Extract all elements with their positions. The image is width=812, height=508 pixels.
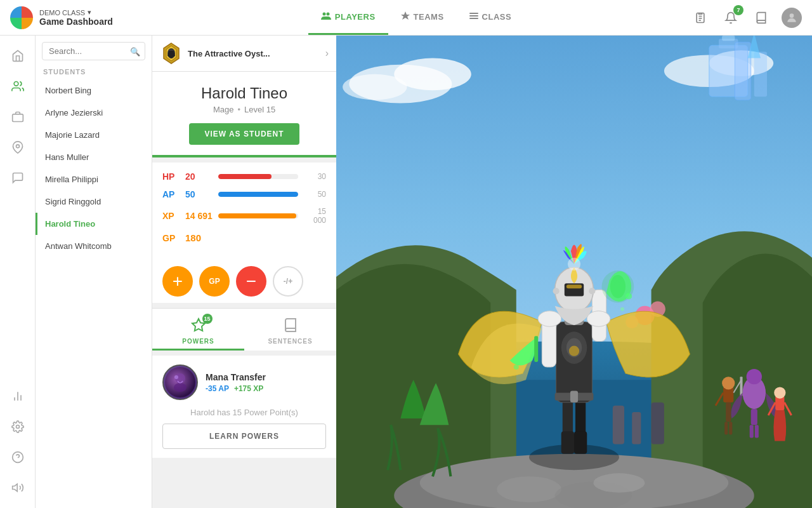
student-item-antwan[interactable]: Antwan Whitcomb bbox=[36, 235, 152, 257]
svg-point-79 bbox=[569, 346, 579, 356]
svg-point-63 bbox=[747, 369, 762, 384]
svg-point-96 bbox=[625, 293, 632, 299]
svg-point-28 bbox=[174, 375, 178, 379]
sentences-tab-label: SENTENCES bbox=[268, 338, 312, 345]
student-item-majorie[interactable]: Majorie Lazard bbox=[36, 124, 152, 146]
book-btn[interactable] bbox=[751, 8, 771, 28]
power-name: Mana Transfer bbox=[206, 372, 326, 382]
ap-value: 50 bbox=[185, 189, 213, 199]
student-item-norbert[interactable]: Norbert Bing bbox=[36, 79, 152, 102]
svg-point-9 bbox=[790, 13, 794, 18]
sidebar-icon-speaker[interactable] bbox=[5, 475, 30, 500]
players-icon bbox=[321, 11, 331, 22]
add-gp-button[interactable]: + bbox=[162, 266, 193, 297]
stats-section: HP 20 30 AP 50 50 XP 14 691 bbox=[152, 163, 336, 260]
svg-point-27 bbox=[174, 383, 187, 392]
svg-rect-53 bbox=[652, 403, 664, 444]
power-item-mana: Mana Transfer -35 AP +175 XP bbox=[162, 364, 326, 400]
clipboard-btn[interactable] bbox=[690, 8, 710, 28]
student-item-harold[interactable]: Harold Tineo bbox=[36, 213, 152, 235]
main-layout: 🔍 STUDENTS Norbert Bing Arlyne Jezierski… bbox=[0, 36, 812, 508]
svg-rect-65 bbox=[750, 425, 754, 438]
stat-row-gp: GP 180 bbox=[162, 232, 326, 243]
student-panel: 🔍 STUDENTS Norbert Bing Arlyne Jezierski… bbox=[36, 36, 152, 508]
svg-point-1 bbox=[326, 12, 329, 15]
power-points-message: Harold has 15 Power Point(s) bbox=[162, 408, 326, 417]
xp-max: 15 000 bbox=[303, 207, 326, 225]
gp-value: 180 bbox=[185, 232, 201, 243]
sidebar-icon-gear[interactable] bbox=[5, 414, 30, 439]
dot-separator: • bbox=[237, 105, 240, 114]
tab-players[interactable]: PLAYERS bbox=[308, 0, 388, 35]
svg-rect-11 bbox=[12, 114, 23, 122]
player-name: Harold Tineo bbox=[162, 84, 326, 102]
powers-badge: 15 bbox=[202, 314, 213, 324]
gp-label-button[interactable]: GP bbox=[199, 266, 230, 297]
app-title: Game Dashboard bbox=[39, 17, 113, 27]
view-as-student-button[interactable]: VIEW AS STUDENT bbox=[189, 123, 299, 145]
edit-button[interactable]: -/+ bbox=[273, 266, 303, 297]
hp-max: 30 bbox=[303, 172, 326, 181]
student-item-mirella[interactable]: Mirella Philippi bbox=[36, 168, 152, 190]
player-header: The Attractive Oyst... › bbox=[152, 36, 336, 72]
chevron-right-icon[interactable]: › bbox=[325, 48, 329, 59]
sidebar-icon-chat[interactable] bbox=[5, 165, 30, 190]
search-icon: 🔍 bbox=[130, 46, 140, 56]
student-item-sigrid[interactable]: Sigrid Ringgold bbox=[36, 190, 152, 213]
svg-rect-38 bbox=[735, 42, 750, 100]
svg-rect-66 bbox=[755, 425, 759, 438]
xp-bar-wrap bbox=[218, 213, 298, 218]
powers-tabs: 15 POWERS SENTENCES bbox=[152, 308, 336, 351]
svg-point-0 bbox=[322, 12, 325, 15]
svg-point-45 bbox=[497, 476, 561, 502]
player-class: Mage bbox=[213, 105, 234, 114]
nav-tabs: PLAYERS TEAMS CLASS bbox=[152, 0, 680, 35]
student-search-area: 🔍 bbox=[36, 36, 152, 64]
tab-sentences[interactable]: SENTENCES bbox=[244, 309, 336, 351]
left-sidebar bbox=[0, 36, 36, 508]
logo-icon[interactable] bbox=[10, 6, 33, 29]
stat-row-hp: HP 20 30 bbox=[162, 171, 326, 182]
xp-value: 14 691 bbox=[185, 211, 213, 221]
svg-point-55 bbox=[722, 377, 735, 389]
svg-rect-74 bbox=[561, 431, 574, 453]
svg-rect-75 bbox=[574, 431, 587, 453]
teams-icon bbox=[401, 11, 410, 22]
action-buttons: + GP − -/+ bbox=[152, 260, 336, 303]
tab-teams[interactable]: TEAMS bbox=[388, 0, 457, 35]
sidebar-icon-home[interactable] bbox=[5, 43, 30, 69]
sidebar-icon-help[interactable] bbox=[5, 444, 30, 470]
learn-powers-button[interactable]: LEARN POWERS bbox=[162, 424, 326, 449]
ap-bar-wrap bbox=[218, 192, 298, 197]
svg-point-90 bbox=[589, 288, 595, 294]
powers-tab-icon-wrap: 15 bbox=[188, 315, 209, 335]
svg-rect-81 bbox=[570, 391, 578, 403]
dropdown-arrow[interactable]: ▾ bbox=[88, 8, 91, 17]
gp-label: GP bbox=[162, 233, 180, 243]
demo-class-label: DEMO CLASS ▾ bbox=[39, 8, 113, 17]
sidebar-icon-pin[interactable] bbox=[5, 135, 30, 160]
student-item-hans[interactable]: Hans Muller bbox=[36, 146, 152, 168]
students-label: STUDENTS bbox=[36, 64, 152, 79]
remove-gp-button[interactable]: − bbox=[236, 266, 266, 297]
user-avatar[interactable] bbox=[782, 8, 802, 28]
bell-badge: 7 bbox=[733, 5, 743, 15]
svg-rect-58 bbox=[729, 422, 732, 434]
sidebar-icon-briefcase[interactable] bbox=[5, 104, 30, 130]
power-stats: -35 AP +175 XP bbox=[206, 384, 326, 393]
svg-rect-57 bbox=[724, 422, 728, 434]
tab-class[interactable]: CLASS bbox=[457, 0, 525, 35]
svg-point-92 bbox=[538, 311, 561, 326]
svg-point-89 bbox=[553, 288, 560, 294]
bell-btn[interactable]: 7 bbox=[721, 8, 741, 28]
power-ap-cost: -35 AP bbox=[206, 384, 229, 393]
svg-rect-56 bbox=[726, 403, 731, 422]
svg-rect-4 bbox=[469, 18, 478, 19]
tab-powers[interactable]: 15 POWERS bbox=[152, 309, 244, 351]
sidebar-icon-chart[interactable] bbox=[5, 384, 30, 409]
power-xp-gain: +175 XP bbox=[234, 384, 263, 393]
student-item-arlyne[interactable]: Arlyne Jezierski bbox=[36, 102, 152, 124]
sidebar-icon-users[interactable] bbox=[5, 74, 30, 99]
hp-bar-wrap bbox=[218, 174, 298, 179]
svg-point-98 bbox=[568, 258, 580, 271]
